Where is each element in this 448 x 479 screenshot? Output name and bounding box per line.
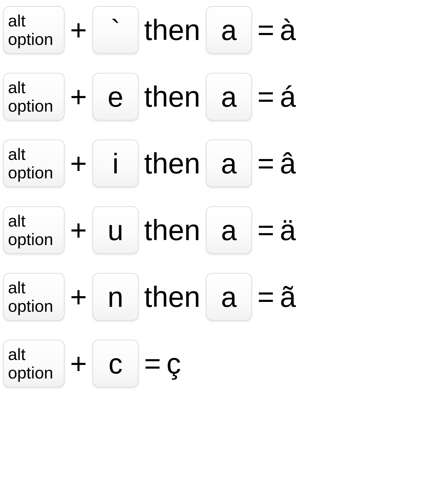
result-character: â (280, 149, 296, 178)
letter-key: a (206, 73, 252, 121)
equals-operator: = (257, 82, 274, 111)
modifier-line1: alt (8, 145, 26, 163)
then-label: then (144, 283, 200, 311)
result-character: á (280, 82, 296, 111)
dead-key: e (92, 73, 139, 121)
alt-option-key: altoption (3, 73, 65, 121)
dead-key: i (92, 140, 139, 187)
modifier-line2: option (8, 30, 53, 48)
equals-operator: = (144, 349, 161, 378)
plus-operator: + (70, 283, 87, 311)
result-character: ä (280, 216, 296, 245)
shortcut-row: altoption+uthena=ä (3, 206, 445, 254)
shortcut-row: altoption+c=ç (3, 340, 445, 387)
modifier-line1: alt (8, 279, 26, 297)
plus-operator: + (70, 149, 87, 178)
then-label: then (144, 149, 200, 178)
equals-operator: = (257, 149, 274, 178)
modifier-line1: alt (8, 345, 26, 363)
equals-operator: = (257, 216, 274, 245)
then-label: then (144, 82, 200, 111)
dead-key: c (92, 340, 139, 387)
shortcut-row: altoption+nthena=ã (3, 273, 445, 321)
letter-key: a (206, 206, 252, 254)
modifier-line2: option (8, 297, 53, 315)
plus-operator: + (70, 349, 87, 378)
modifier-line2: option (8, 97, 53, 115)
letter-key: a (206, 6, 252, 54)
modifier-line2: option (8, 230, 53, 248)
then-label: then (144, 216, 200, 245)
plus-operator: + (70, 82, 87, 111)
letter-key: a (206, 140, 252, 187)
shortcut-row: altoption+`thena=à (3, 6, 445, 54)
result-character: à (280, 16, 296, 45)
shortcut-row: altoption+ethena=á (3, 73, 445, 121)
then-label: then (144, 16, 200, 45)
result-character: ç (167, 349, 181, 378)
equals-operator: = (257, 283, 274, 311)
alt-option-key: altoption (3, 340, 65, 387)
alt-option-key: altoption (3, 206, 65, 254)
plus-operator: + (70, 216, 87, 245)
alt-option-key: altoption (3, 273, 65, 321)
alt-option-key: altoption (3, 140, 65, 187)
plus-operator: + (70, 16, 87, 45)
equals-operator: = (257, 16, 274, 45)
modifier-line2: option (8, 164, 53, 182)
result-character: ã (280, 283, 296, 311)
modifier-line1: alt (8, 78, 26, 97)
shortcut-row: altoption+ithena=â (3, 140, 445, 187)
dead-key: u (92, 206, 139, 254)
modifier-line2: option (8, 364, 53, 382)
alt-option-key: altoption (3, 6, 65, 54)
modifier-line1: alt (8, 212, 26, 230)
modifier-line1: alt (8, 12, 26, 30)
dead-key: n (92, 273, 139, 321)
dead-key: ` (92, 6, 139, 54)
letter-key: a (206, 273, 252, 321)
